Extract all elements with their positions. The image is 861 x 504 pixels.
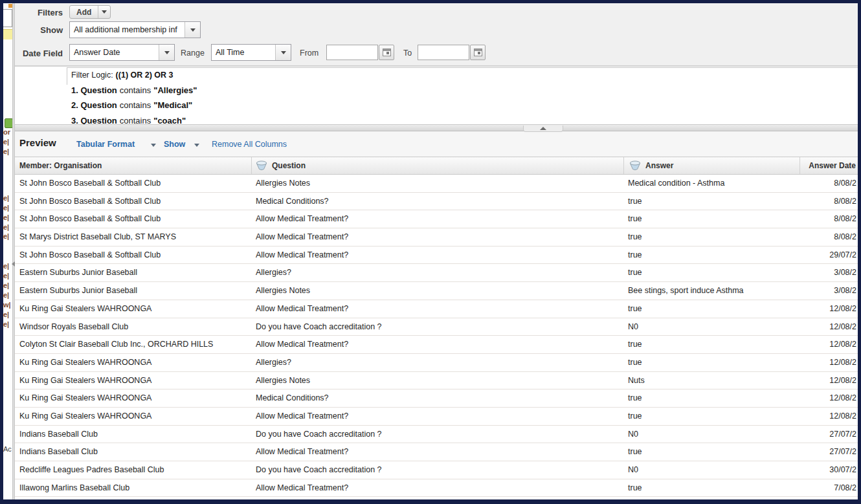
field-name-fragment: e|	[3, 291, 12, 299]
answer-date-cell: 12/08/2	[829, 318, 856, 336]
question-cell: Allergies Notes	[256, 175, 310, 192]
field-name-fragment: e|	[3, 281, 12, 289]
table-row: St John Bosco Baseball & Softball ClubAl…	[15, 175, 858, 193]
show-menu[interactable]: Show	[164, 140, 185, 149]
question-cell: Allow Medical Treatment?	[256, 497, 348, 499]
field-name-fragment: e|	[3, 262, 12, 270]
question-cell: Do you have Coach accreditation ?	[256, 461, 382, 479]
chevron-down-icon	[281, 51, 286, 54]
answer-cell: N0	[628, 461, 638, 479]
field-name-fragment: e|	[3, 320, 12, 328]
column-header-question[interactable]: Question	[272, 157, 306, 174]
organisation-cell: St John Bosco Baseball & Softball Club	[19, 175, 161, 192]
add-button-dropdown[interactable]	[98, 6, 110, 18]
table-row: St John Bosco Baseball & Softball ClubAl…	[15, 247, 858, 265]
from-date-input[interactable]	[326, 45, 378, 60]
preview-title: Preview	[19, 137, 56, 148]
show-select[interactable]: All additional membership inf	[69, 21, 201, 38]
range-select[interactable]: All Time	[211, 44, 291, 61]
field-name-fragment: e|	[3, 204, 12, 212]
answer-cell: Bee stings, sport induce Asthma	[628, 282, 744, 300]
preview-table-header: Member: Organisation Question Answer Ans…	[15, 157, 858, 175]
table-row: Ku Ring Gai Stealers WAHROONGAAllergies?…	[15, 354, 858, 372]
tabular-format-chevron-down-icon[interactable]	[151, 144, 156, 147]
answer-cell: Nuts	[628, 372, 645, 389]
answer-date-cell: 8/08/2	[834, 210, 856, 228]
answer-date-cell: 27/07/2	[829, 426, 856, 443]
organisation-cell: Indians Baseball Club	[19, 426, 98, 443]
answer-cell: true	[628, 193, 642, 210]
highlighted-field-fragment	[3, 29, 12, 39]
column-header-organisation[interactable]: Member: Organisation	[19, 157, 102, 174]
range-label: Range	[181, 49, 205, 58]
question-cell: Allergies?	[256, 354, 291, 371]
condition-operator: contains	[120, 100, 151, 110]
table-row: Ku Ring Gai Stealers WAHROONGAMedical Co…	[15, 389, 858, 408]
answer-date-cell: 12/08/2	[829, 497, 856, 499]
column-header-answer[interactable]: Answer	[645, 157, 673, 174]
to-label: To	[403, 49, 412, 58]
answer-cell: Medical condition - Asthma	[628, 175, 724, 192]
tabular-format-menu[interactable]: Tabular Format	[76, 140, 135, 149]
question-cell: Allergies Notes	[256, 372, 310, 389]
organisation-cell: Indians Baseball Club	[19, 443, 98, 461]
organisation-cell: Ku Ring Gai Stealers WAHROONGA	[19, 300, 151, 318]
answer-cell: true	[628, 497, 642, 499]
splitter-collapse-handle[interactable]	[523, 126, 563, 132]
show-select-arrow[interactable]	[184, 22, 200, 38]
chevron-down-icon	[190, 28, 196, 32]
field-name-fragment: w|	[3, 301, 12, 309]
organisation-cell: Ku Ring Gai Stealers WAHROONGA	[19, 372, 151, 389]
condition-value: "Medical"	[153, 100, 192, 110]
filter-conditions-box	[67, 67, 858, 85]
field-name-fragment: e|	[3, 214, 12, 221]
chevron-up-icon	[540, 127, 546, 130]
organisation-cell: Ku Ring Gai Stealers WAHROONGA	[19, 354, 151, 371]
answer-cell: true	[628, 336, 642, 353]
field-name-fragment: e|	[3, 138, 12, 146]
field-name-fragment: e|	[3, 223, 12, 231]
filter-condition-1[interactable]: 1. Questioncontains"Allergies"	[71, 85, 197, 95]
answer-date-cell: 29/07/2	[829, 247, 856, 264]
to-calendar-button[interactable]	[470, 45, 486, 60]
answer-cell: true	[628, 210, 642, 228]
filter-logic: Filter Logic:((1) OR 2) OR 3	[71, 71, 173, 80]
answer-cell: N0	[628, 318, 638, 336]
from-calendar-button[interactable]	[379, 45, 394, 60]
range-select-value: All Time	[212, 45, 275, 60]
remove-all-columns-link[interactable]: Remove All Columns	[212, 140, 287, 149]
date-field-select-arrow[interactable]	[159, 45, 174, 60]
answer-date-cell: 8/08/2	[834, 175, 856, 192]
answer-date-cell: 12/08/2	[829, 336, 856, 353]
filter-condition-2[interactable]: 2. Questioncontains"Medical"	[71, 100, 192, 110]
range-select-arrow[interactable]	[275, 45, 291, 60]
preview-table-rows: St John Bosco Baseball & Softball ClubAl…	[15, 175, 858, 499]
organisation-cell: Eastern Suburbs Junior Baseball	[19, 264, 137, 281]
column-divider	[800, 157, 800, 174]
column-header-answer-date[interactable]: Answer Date	[809, 157, 856, 174]
answer-cell: true	[628, 443, 642, 461]
report-builder-screen: ore|e|e|e|e|e|e|e|e|e|e|w|e|e|Ac Filters…	[0, 0, 861, 504]
question-cell: Medical Conditions?	[256, 193, 329, 210]
organisation-cell: Eastern Suburbs Junior Baseball	[19, 282, 137, 300]
to-date-input[interactable]	[418, 45, 469, 60]
answer-cell: true	[628, 247, 642, 264]
add-filter-button[interactable]: Add	[69, 5, 111, 19]
show-menu-chevron-down-icon[interactable]	[194, 144, 199, 147]
condition-field: 1. Question	[71, 85, 117, 95]
answer-date-cell: 7/08/2	[834, 479, 856, 497]
fields-pane-clipped: ore|e|e|e|e|e|e|e|e|e|e|w|e|e|Ac	[3, 3, 12, 499]
condition-value: "Allergies"	[153, 85, 197, 95]
field-name-fragment: Ac	[3, 445, 12, 453]
panel-splitter[interactable]	[15, 124, 858, 131]
answer-cell: true	[628, 354, 642, 371]
filter-funnel-icon[interactable]	[629, 160, 641, 171]
date-field-select[interactable]: Answer Date	[69, 44, 175, 61]
field-name-fragment: e|	[3, 148, 12, 155]
question-cell: Allow Medical Treatment?	[256, 443, 348, 461]
organisation-cell: Ku Ring Gai Stealers WAHROONGA	[19, 389, 151, 407]
filter-funnel-icon[interactable]	[256, 160, 267, 171]
date-field-label: Date Field	[15, 49, 63, 58]
collapse-pane-arrow-icon[interactable]	[12, 261, 15, 267]
answer-cell: N0	[628, 426, 638, 443]
